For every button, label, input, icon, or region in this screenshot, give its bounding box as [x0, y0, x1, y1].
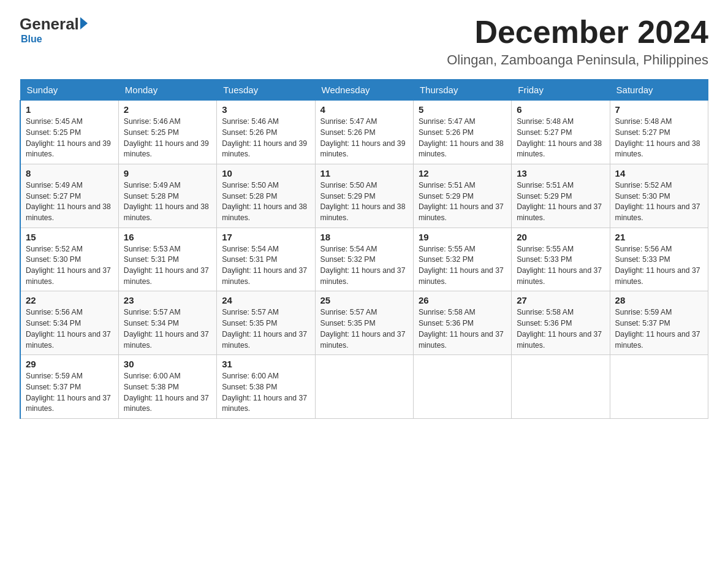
day-cell-18: 18Sunrise: 5:54 AMSunset: 5:32 PMDayligh… [315, 228, 413, 291]
day-cell-9: 9Sunrise: 5:49 AMSunset: 5:28 PMDaylight… [118, 164, 216, 228]
week-row-5: 29Sunrise: 5:59 AMSunset: 5:37 PMDayligh… [20, 355, 708, 419]
day-cell-22: 22Sunrise: 5:56 AMSunset: 5:34 PMDayligh… [20, 291, 118, 355]
day-number: 13 [517, 168, 604, 178]
day-info: Sunrise: 5:59 AMSunset: 5:37 PMDaylight:… [26, 371, 113, 415]
day-number: 3 [222, 104, 309, 115]
day-number: 4 [320, 104, 408, 115]
day-number: 26 [419, 295, 506, 305]
title-area: December 2024 Olingan, Zamboanga Peninsu… [447, 15, 708, 68]
calendar-table: SundayMondayTuesdayWednesdayThursdayFrid… [20, 79, 708, 419]
day-info: Sunrise: 5:48 AMSunset: 5:27 PMDaylight:… [517, 117, 604, 160]
day-cell-21: 21Sunrise: 5:56 AMSunset: 5:33 PMDayligh… [610, 228, 708, 291]
day-number: 23 [124, 295, 211, 305]
day-cell-1: 1Sunrise: 5:45 AMSunset: 5:25 PMDaylight… [20, 101, 118, 164]
header-row: SundayMondayTuesdayWednesdayThursdayFrid… [20, 80, 708, 101]
week-row-4: 22Sunrise: 5:56 AMSunset: 5:34 PMDayligh… [20, 291, 708, 355]
week-row-1: 1Sunrise: 5:45 AMSunset: 5:25 PMDaylight… [20, 101, 708, 164]
day-info: Sunrise: 5:57 AMSunset: 5:35 PMDaylight:… [320, 307, 408, 351]
day-number: 7 [615, 104, 703, 115]
day-info: Sunrise: 6:00 AMSunset: 5:38 PMDaylight:… [124, 371, 211, 415]
day-info: Sunrise: 5:51 AMSunset: 5:29 PMDaylight:… [517, 180, 604, 224]
day-number: 5 [419, 104, 506, 115]
day-number: 12 [419, 168, 506, 178]
day-cell-4: 4Sunrise: 5:47 AMSunset: 5:26 PMDaylight… [315, 101, 413, 164]
day-number: 21 [615, 232, 703, 242]
day-number: 30 [124, 359, 211, 369]
day-info: Sunrise: 5:46 AMSunset: 5:25 PMDaylight:… [124, 117, 211, 160]
header-monday: Monday [118, 80, 216, 101]
day-info: Sunrise: 5:51 AMSunset: 5:29 PMDaylight:… [419, 180, 506, 224]
day-info: Sunrise: 5:49 AMSunset: 5:27 PMDaylight:… [26, 180, 113, 224]
day-info: Sunrise: 5:45 AMSunset: 5:25 PMDaylight:… [26, 117, 113, 160]
day-number: 24 [222, 295, 309, 305]
day-info: Sunrise: 5:52 AMSunset: 5:30 PMDaylight:… [615, 180, 703, 224]
header-friday: Friday [512, 80, 610, 101]
day-cell-25: 25Sunrise: 5:57 AMSunset: 5:35 PMDayligh… [315, 291, 413, 355]
empty-cell [413, 355, 511, 419]
empty-cell [315, 355, 413, 419]
day-cell-26: 26Sunrise: 5:58 AMSunset: 5:36 PMDayligh… [413, 291, 511, 355]
day-cell-11: 11Sunrise: 5:50 AMSunset: 5:29 PMDayligh… [315, 164, 413, 228]
day-cell-17: 17Sunrise: 5:54 AMSunset: 5:31 PMDayligh… [217, 228, 315, 291]
day-info: Sunrise: 5:57 AMSunset: 5:35 PMDaylight:… [222, 307, 309, 351]
empty-cell [512, 355, 610, 419]
day-cell-29: 29Sunrise: 5:59 AMSunset: 5:37 PMDayligh… [20, 355, 118, 419]
day-info: Sunrise: 5:47 AMSunset: 5:26 PMDaylight:… [320, 117, 408, 160]
day-cell-27: 27Sunrise: 5:58 AMSunset: 5:36 PMDayligh… [512, 291, 610, 355]
day-info: Sunrise: 5:52 AMSunset: 5:30 PMDaylight:… [26, 244, 113, 288]
location-title: Olingan, Zamboanga Peninsula, Philippine… [447, 52, 708, 68]
day-info: Sunrise: 5:58 AMSunset: 5:36 PMDaylight:… [419, 307, 506, 351]
header-wednesday: Wednesday [315, 80, 413, 101]
day-number: 29 [26, 359, 113, 369]
empty-cell [610, 355, 708, 419]
day-cell-19: 19Sunrise: 5:55 AMSunset: 5:32 PMDayligh… [413, 228, 511, 291]
day-cell-14: 14Sunrise: 5:52 AMSunset: 5:30 PMDayligh… [610, 164, 708, 228]
header-thursday: Thursday [413, 80, 511, 101]
day-cell-10: 10Sunrise: 5:50 AMSunset: 5:28 PMDayligh… [217, 164, 315, 228]
day-info: Sunrise: 5:47 AMSunset: 5:26 PMDaylight:… [419, 117, 506, 160]
day-cell-23: 23Sunrise: 5:57 AMSunset: 5:34 PMDayligh… [118, 291, 216, 355]
week-row-3: 15Sunrise: 5:52 AMSunset: 5:30 PMDayligh… [20, 228, 708, 291]
day-info: Sunrise: 5:49 AMSunset: 5:28 PMDaylight:… [124, 180, 211, 224]
day-number: 2 [124, 104, 211, 115]
day-info: Sunrise: 5:46 AMSunset: 5:26 PMDaylight:… [222, 117, 309, 160]
day-number: 25 [320, 295, 408, 305]
day-cell-13: 13Sunrise: 5:51 AMSunset: 5:29 PMDayligh… [512, 164, 610, 228]
day-info: Sunrise: 6:00 AMSunset: 5:38 PMDaylight:… [222, 371, 309, 415]
day-number: 27 [517, 295, 604, 305]
day-cell-28: 28Sunrise: 5:59 AMSunset: 5:37 PMDayligh… [610, 291, 708, 355]
day-number: 15 [26, 232, 113, 242]
day-number: 10 [222, 168, 309, 178]
day-number: 31 [222, 359, 309, 369]
day-number: 20 [517, 232, 604, 242]
day-cell-15: 15Sunrise: 5:52 AMSunset: 5:30 PMDayligh… [20, 228, 118, 291]
day-info: Sunrise: 5:57 AMSunset: 5:34 PMDaylight:… [124, 307, 211, 351]
day-number: 17 [222, 232, 309, 242]
day-number: 9 [124, 168, 211, 178]
day-cell-6: 6Sunrise: 5:48 AMSunset: 5:27 PMDaylight… [512, 101, 610, 164]
day-cell-31: 31Sunrise: 6:00 AMSunset: 5:38 PMDayligh… [217, 355, 315, 419]
day-number: 22 [26, 295, 113, 305]
day-cell-7: 7Sunrise: 5:48 AMSunset: 5:27 PMDaylight… [610, 101, 708, 164]
header-saturday: Saturday [610, 80, 708, 101]
day-number: 18 [320, 232, 408, 242]
day-info: Sunrise: 5:55 AMSunset: 5:33 PMDaylight:… [517, 244, 604, 288]
day-number: 14 [615, 168, 703, 178]
day-info: Sunrise: 5:59 AMSunset: 5:37 PMDaylight:… [615, 307, 703, 351]
day-number: 28 [615, 295, 703, 305]
day-cell-5: 5Sunrise: 5:47 AMSunset: 5:26 PMDaylight… [413, 101, 511, 164]
day-info: Sunrise: 5:53 AMSunset: 5:31 PMDaylight:… [124, 244, 211, 288]
day-number: 8 [26, 168, 113, 178]
logo-arrow-icon [80, 17, 88, 29]
day-cell-24: 24Sunrise: 5:57 AMSunset: 5:35 PMDayligh… [217, 291, 315, 355]
day-cell-8: 8Sunrise: 5:49 AMSunset: 5:27 PMDaylight… [20, 164, 118, 228]
day-info: Sunrise: 5:54 AMSunset: 5:31 PMDaylight:… [222, 244, 309, 288]
day-number: 19 [419, 232, 506, 242]
day-number: 1 [26, 104, 113, 115]
day-cell-16: 16Sunrise: 5:53 AMSunset: 5:31 PMDayligh… [118, 228, 216, 291]
day-number: 11 [320, 168, 408, 178]
day-info: Sunrise: 5:55 AMSunset: 5:32 PMDaylight:… [419, 244, 506, 288]
month-title: December 2024 [447, 15, 708, 50]
day-info: Sunrise: 5:58 AMSunset: 5:36 PMDaylight:… [517, 307, 604, 351]
logo-general: General [20, 15, 79, 34]
